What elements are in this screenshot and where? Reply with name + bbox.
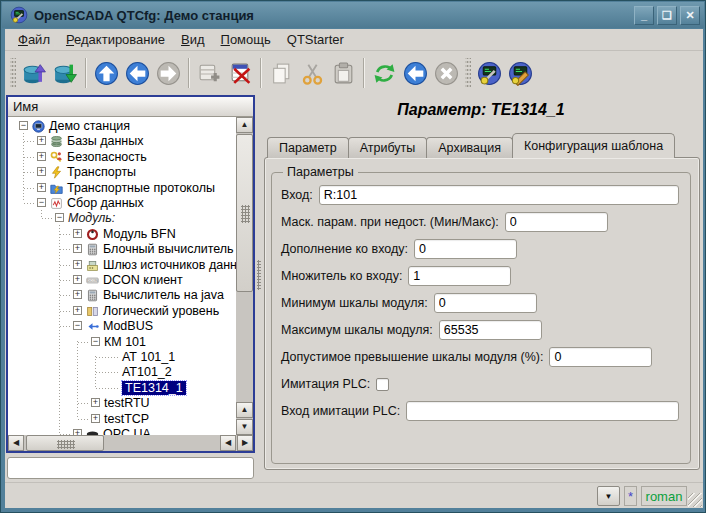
tree-horizontal-scrollbar[interactable]: ◀ ◀ ▶ (8, 435, 253, 451)
plc-imitation-checkbox[interactable] (376, 378, 389, 391)
horizontal-scroll-thumb[interactable] (26, 435, 104, 451)
delete-item-button[interactable] (225, 58, 256, 89)
scroll-down-button[interactable]: ▼ (236, 419, 253, 435)
scroll-right-button[interactable]: ▶ (237, 435, 253, 451)
qtcfg-edit-button[interactable] (505, 58, 536, 89)
tree-item-шлюз-источников-данных[interactable]: Шлюз источников данных (103, 258, 236, 272)
field-input-3[interactable] (414, 239, 517, 259)
resize-grip[interactable] (688, 493, 702, 507)
scroll-left-button[interactable]: ◀ (8, 435, 24, 451)
tab-1[interactable]: Параметр (267, 137, 349, 158)
field-input-1[interactable] (319, 185, 679, 205)
field-input-7[interactable] (549, 347, 652, 367)
form-row: Имитация PLC: (281, 374, 679, 394)
tree-item-сбор-данных[interactable]: Сбор данных (67, 196, 144, 210)
nav-back-icon (125, 61, 150, 86)
tree-item-модуль-bfn[interactable]: Модуль BFN (103, 227, 176, 241)
tree-item-ат101_2[interactable]: АТ101_2 (122, 365, 172, 379)
tree-item-opc-ua[interactable]: OPC UA (103, 427, 151, 435)
qtstarter-toolbar-handle[interactable] (465, 58, 471, 88)
status-dropdown-button[interactable]: ▼ (597, 486, 620, 506)
form-row: Допустимое превышение шкалы модуля (%): (281, 347, 679, 367)
form-row: Вход имитации PLC: (281, 401, 679, 421)
qtcfg-config-button[interactable] (474, 58, 505, 89)
vertical-scroll-thumb[interactable] (236, 134, 253, 292)
field-input-6[interactable] (439, 320, 542, 340)
menu-item-1[interactable]: Файл (11, 30, 57, 49)
tree-expander-plus[interactable]: + (73, 306, 82, 315)
tree-guide-stub (96, 388, 120, 389)
daq-icon (50, 196, 63, 209)
load-from-db-button[interactable] (19, 58, 50, 89)
scroll-left-button-2[interactable]: ◀ (220, 435, 236, 451)
tree-expander-plus[interactable]: + (37, 136, 46, 145)
nav-up-button[interactable] (91, 58, 122, 89)
panel-splitter[interactable] (255, 95, 262, 453)
application-window: OpenSCADA QTCfg: Демо станция _ ❏ ✕ Файл… (0, 0, 706, 513)
minimize-button[interactable]: _ (634, 6, 654, 25)
tree-expander-plus[interactable]: + (37, 183, 46, 192)
tree-expander-minus[interactable]: − (37, 198, 46, 207)
tree-vertical-scrollbar[interactable]: ▲ ▲ ▼ (236, 117, 253, 435)
field-label: Минимум шкалы модуля: (281, 296, 428, 310)
tree-expander-minus[interactable]: − (19, 121, 28, 130)
tree-row: +Безопасность (8, 149, 236, 165)
menu-item-3[interactable]: Вид (174, 30, 212, 49)
start-periodic-button[interactable] (400, 58, 431, 89)
tree-item-modbus[interactable]: ModBUS (103, 319, 153, 333)
field-input-9[interactable] (406, 401, 679, 421)
nav-back-button[interactable] (122, 58, 153, 89)
tree-expander-plus[interactable]: + (91, 414, 100, 423)
tree-expander-plus[interactable]: + (73, 244, 82, 253)
menu-item-2[interactable]: Редактирование (59, 30, 172, 49)
tree-expander-plus[interactable]: + (73, 229, 82, 238)
tree-expander-plus[interactable]: + (73, 290, 82, 299)
refresh-button[interactable] (369, 58, 400, 89)
page-title: Параметр: ТЕ1314_1 (263, 101, 699, 123)
tree-expander-plus[interactable]: + (91, 398, 100, 407)
close-button[interactable]: ✕ (680, 6, 700, 25)
field-input-4[interactable] (408, 266, 511, 286)
tree-filter-input[interactable] (7, 457, 254, 479)
toolbar-handle[interactable] (10, 58, 16, 88)
scroll-up-button-2[interactable]: ▲ (236, 402, 253, 418)
tree-item-ат-101_1[interactable]: АТ 101_1 (122, 350, 175, 364)
tab-3[interactable]: Архивация (426, 137, 513, 158)
tree-expander-plus[interactable]: + (37, 167, 46, 176)
tree-item-те1314_1[interactable]: ТЕ1314_1 (122, 381, 186, 395)
tree-item-dcon-клиент[interactable]: DCON клиент (103, 273, 183, 287)
tree-item-безопасность[interactable]: Безопасность (67, 150, 147, 164)
tree-item-км-101[interactable]: КМ 101 (104, 335, 146, 349)
tree-item-модуль-[interactable]: Модуль: (68, 211, 115, 225)
tree-item-транспорты[interactable]: Транспорты (67, 165, 136, 179)
tree-expander-plus[interactable]: + (37, 152, 46, 161)
menu-item-4[interactable]: Помощь (214, 30, 278, 49)
title-bar[interactable]: OpenSCADA QTCfg: Демо станция _ ❏ ✕ (2, 2, 704, 28)
field-input-2[interactable] (505, 212, 608, 232)
maximize-button[interactable]: ❏ (657, 6, 677, 25)
tree-item-testrtu[interactable]: testRTU (104, 396, 150, 410)
tree-item-базы-данных[interactable]: Базы данных (67, 134, 144, 148)
tree-item-транспортные-протоколы[interactable]: Транспортные протоколы (67, 181, 215, 195)
tree-item-логический-уровень[interactable]: Логический уровень (103, 304, 219, 318)
tree-header[interactable]: Имя (8, 97, 253, 117)
tree-expander-minus[interactable]: − (73, 321, 82, 330)
tree-guide-stub (24, 141, 34, 142)
field-input-5[interactable] (434, 293, 537, 313)
tree-item-блочный-вычислитель[interactable]: Блочный вычислитель (103, 242, 234, 256)
tree-expander-plus[interactable]: + (73, 260, 82, 269)
tree-expander-plus[interactable]: + (73, 275, 82, 284)
current-user-label[interactable]: roman (641, 486, 687, 506)
qtcfg-config-icon (477, 61, 502, 86)
tab-2[interactable]: Атрибуты (348, 137, 428, 158)
menu-item-5[interactable]: QTStarter (280, 30, 351, 49)
tree-item-testtcp[interactable]: testTCP (104, 412, 149, 426)
tree-item-демо-станция[interactable]: Демо станция (49, 119, 130, 133)
tree-item-вычислитель-на-java[interactable]: Вычислитель на java (103, 288, 224, 302)
tree-row: +Шлюз источников данных (8, 257, 236, 273)
save-to-db-button[interactable] (50, 58, 81, 89)
tree-expander-minus[interactable]: − (55, 213, 64, 222)
scroll-up-button[interactable]: ▲ (236, 117, 253, 133)
tree-expander-minus[interactable]: − (91, 337, 100, 346)
tab-4[interactable]: Конфигурация шаблона (512, 133, 675, 158)
